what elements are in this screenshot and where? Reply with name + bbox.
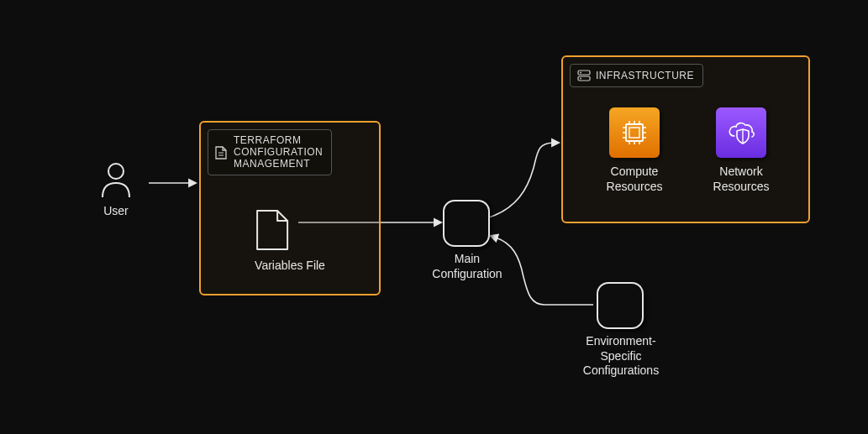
server-icon bbox=[577, 70, 591, 81]
network-icon bbox=[716, 107, 766, 158]
terraform-group-title-text: TERRAFORM CONFIGURATION MANAGEMENT bbox=[234, 135, 323, 170]
main-config-node bbox=[443, 200, 490, 247]
infrastructure-group-title: INFRASTRUCTURE bbox=[570, 64, 703, 87]
variables-file-node: Variables File bbox=[255, 208, 325, 274]
user-node: User bbox=[101, 162, 131, 219]
infrastructure-group: INFRASTRUCTURE Compute Reso bbox=[561, 55, 810, 223]
network-resources-label: Network Resources bbox=[702, 165, 780, 194]
terraform-group-title: TERRAFORM CONFIGURATION MANAGEMENT bbox=[208, 129, 332, 175]
env-specific-node bbox=[597, 282, 644, 329]
svg-point-6 bbox=[580, 78, 581, 80]
compute-icon bbox=[609, 107, 660, 158]
compute-resources-label: Compute Resources bbox=[597, 165, 672, 194]
file-icon bbox=[255, 208, 290, 252]
variables-file-label: Variables File bbox=[255, 259, 325, 274]
svg-point-5 bbox=[580, 72, 581, 74]
user-icon bbox=[101, 162, 131, 199]
compute-resources-node: Compute Resources bbox=[597, 107, 672, 194]
infrastructure-group-title-text: INFRASTRUCTURE bbox=[596, 70, 694, 81]
svg-rect-3 bbox=[578, 71, 590, 75]
env-specific-label: Environment- Specific Configurations bbox=[576, 334, 665, 379]
svg-point-0 bbox=[108, 164, 124, 179]
user-label: User bbox=[101, 204, 131, 219]
main-config-label: Main Configuration bbox=[426, 252, 508, 281]
terraform-config-group: TERRAFORM CONFIGURATION MANAGEMENT Varia… bbox=[199, 121, 381, 295]
network-resources-node: Network Resources bbox=[702, 107, 780, 194]
svg-rect-4 bbox=[578, 76, 590, 81]
svg-rect-7 bbox=[626, 124, 643, 141]
document-icon bbox=[215, 146, 227, 159]
svg-rect-8 bbox=[629, 128, 639, 138]
